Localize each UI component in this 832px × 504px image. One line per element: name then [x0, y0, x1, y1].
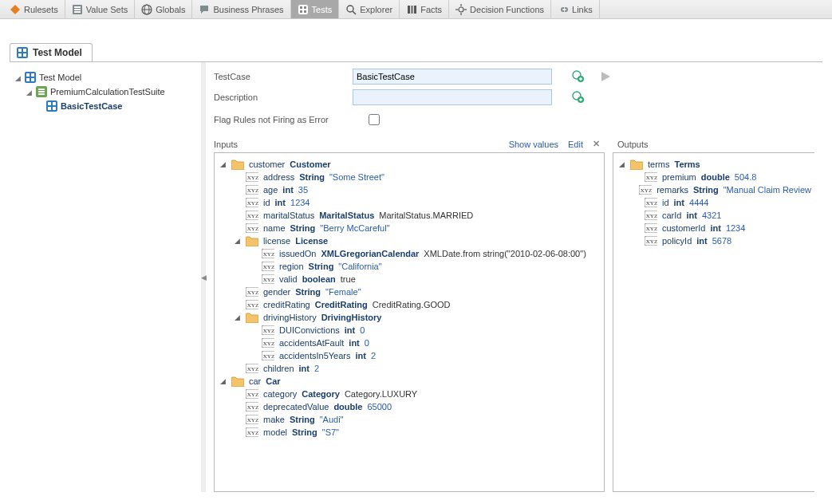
page-tab-test-model[interactable]: Test Model [10, 43, 93, 61]
property-row[interactable]: XYZmodelString"S7" [218, 426, 601, 439]
property-row[interactable]: XYZageint35 [218, 183, 601, 196]
add-icon[interactable] [571, 90, 586, 104]
testcase-label: TestCase [214, 72, 349, 81]
svg-text:XYZ: XYZ [247, 187, 258, 194]
xyz-icon: XYZ [645, 197, 657, 208]
prop-type: XMLGregorianCalendar [321, 249, 419, 258]
property-row[interactable]: XYZregionString"California" [218, 260, 601, 273]
prop-name: make [263, 415, 285, 424]
prop-type: Customer [290, 159, 330, 169]
property-row[interactable]: XYZcustomerIdint1234 [617, 222, 811, 234]
testcase-input[interactable] [353, 69, 552, 85]
tab-business-phrases[interactable]: Business Phrases [192, 0, 290, 18]
xyz-icon: XYZ [246, 184, 258, 195]
svg-text:XYZ: XYZ [263, 251, 274, 258]
tab-decision-functions[interactable]: Decision Functions [449, 0, 551, 18]
caret-icon[interactable]: ◢ [618, 160, 625, 168]
caret-icon[interactable]: ◢ [234, 313, 241, 321]
inputs-panel[interactable]: ◢customerCustomerXYZaddressString"Some S… [214, 152, 605, 492]
outputs-panel[interactable]: ◢termsTermsXYZpremiumdouble504.8XYZremar… [613, 152, 814, 492]
caret-icon[interactable]: ◢ [219, 160, 227, 168]
property-row[interactable]: XYZvalidbooleantrue [218, 273, 601, 285]
property-row[interactable]: XYZchildrenint2 [218, 362, 601, 375]
show-values-link[interactable]: Show values [509, 140, 558, 149]
svg-text:XYZ: XYZ [263, 341, 274, 347]
object-node[interactable]: ◢termsTerms [617, 158, 811, 171]
tests-icon [298, 4, 309, 15]
caret-icon[interactable]: ◢ [26, 89, 33, 96]
svg-rect-31 [26, 78, 30, 81]
prop-type: CreditRating [315, 300, 368, 309]
svg-rect-25 [23, 49, 26, 52]
property-row[interactable]: XYZdeprecatedValuedouble65000 [218, 400, 601, 413]
prop-name: terms [648, 159, 670, 169]
tab-explorer[interactable]: Explorer [339, 0, 400, 18]
description-input[interactable] [353, 89, 552, 105]
caret-icon[interactable]: ◢ [14, 74, 22, 81]
folder-icon [246, 312, 258, 323]
property-row[interactable]: XYZcarIdint4321 [617, 209, 811, 222]
property-row[interactable]: XYZcategoryCategoryCategory.LUXURY [218, 388, 601, 400]
property-row[interactable]: XYZaccidentsAtFaultint0 [218, 337, 601, 349]
tree-testcase-label: BasicTestCase [61, 101, 122, 111]
prop-type: int [282, 185, 293, 195]
property-row[interactable]: XYZaddressString"Some Street" [218, 171, 601, 183]
prop-name: deprecatedValue [263, 402, 329, 411]
prop-value: 2 [314, 364, 319, 373]
tab-rulesets[interactable]: Rulesets [3, 0, 65, 18]
svg-text:XYZ: XYZ [247, 213, 258, 219]
property-row[interactable]: XYZidint1234 [218, 196, 601, 209]
property-row[interactable]: XYZnameString"Berry McCareful" [218, 222, 601, 234]
tab-links[interactable]: Links [551, 0, 600, 18]
xyz-icon: XYZ [639, 184, 652, 195]
svg-text:XYZ: XYZ [247, 226, 258, 232]
property-row[interactable]: XYZmakeString"Audi" [218, 413, 601, 426]
prop-type: int [299, 364, 310, 373]
prop-type: String [290, 223, 316, 233]
xyz-icon: XYZ [246, 299, 258, 310]
property-row[interactable]: XYZaccidentsIn5Yearsint2 [218, 349, 601, 362]
tab-label: Decision Functions [470, 5, 544, 14]
property-row[interactable]: XYZpolicyIdint5678 [617, 234, 811, 247]
xyz-icon: XYZ [246, 427, 258, 438]
edit-link[interactable]: Edit [568, 140, 583, 149]
xyz-icon: XYZ [246, 363, 258, 374]
property-row[interactable]: XYZremarksString"Manual Claim Review [617, 183, 811, 196]
caret-icon[interactable]: ◢ [234, 237, 241, 245]
svg-rect-8 [298, 5, 308, 14]
property-row[interactable]: XYZmaritalStatusMaritalStatusMaritalStat… [218, 209, 601, 222]
svg-rect-24 [18, 49, 22, 52]
property-row[interactable]: XYZpremiumdouble504.8 [617, 171, 811, 183]
svg-rect-9 [300, 6, 302, 9]
property-row[interactable]: XYZidint4444 [617, 196, 811, 209]
property-row[interactable]: XYZDUIConvictionsint0 [218, 324, 601, 337]
flag-label: Flag Rules not Firing as Error [214, 115, 349, 124]
tab-globals[interactable]: Globals [135, 0, 192, 18]
tab-value-sets[interactable]: Value Sets [65, 0, 135, 18]
svg-rect-39 [53, 102, 56, 105]
close-icon[interactable]: ✕ [593, 139, 600, 149]
tree-root[interactable]: ◢ Test Model [14, 70, 196, 85]
object-node[interactable]: ◢drivingHistoryDrivingHistory [218, 311, 601, 324]
prop-type: String [290, 415, 315, 424]
svg-rect-26 [18, 53, 22, 57]
svg-rect-38 [48, 102, 51, 105]
object-node[interactable]: ◢carCar [218, 375, 601, 388]
property-row[interactable]: XYZcreditRatingCreditRatingCreditRating.… [218, 298, 601, 311]
tab-tests[interactable]: Tests [291, 0, 340, 18]
property-row[interactable]: XYZgenderString"Female" [218, 285, 601, 298]
prop-type: MaritalStatus [319, 211, 374, 220]
tab-label: Rulesets [24, 5, 58, 14]
prop-type: boolean [302, 274, 336, 284]
svg-marker-46 [601, 72, 610, 81]
add-icon[interactable] [571, 69, 586, 84]
caret-icon[interactable]: ◢ [219, 377, 227, 385]
property-row[interactable]: XYZissuedOnXMLGregorianCalendarXMLDate.f… [218, 247, 601, 260]
tree-testcase[interactable]: BasicTestCase [14, 99, 196, 113]
play-button[interactable] [598, 69, 613, 84]
object-node[interactable]: ◢customerCustomer [218, 158, 601, 171]
flag-checkbox[interactable] [369, 114, 380, 125]
tree-suite[interactable]: ◢ PremiumCalculationTestSuite [14, 85, 196, 99]
tab-facts[interactable]: Facts [400, 0, 449, 18]
object-node[interactable]: ◢licenseLicense [218, 234, 601, 247]
